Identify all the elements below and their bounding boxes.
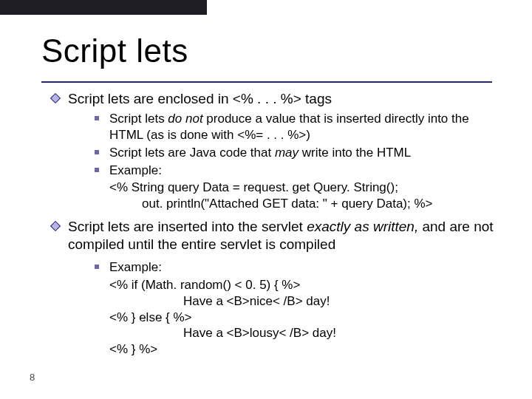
code-block: <% String query Data = request. get Quer… <box>109 180 495 212</box>
code-line: <% if (Math. random() < 0. 5) { %> <box>109 278 300 292</box>
bullet-enclosed-tags: Script lets are enclosed in <% . . . %> … <box>52 90 495 212</box>
slide: Script lets Script lets are enclosed in … <box>0 0 532 399</box>
page-number: 8 <box>30 372 35 383</box>
code-line: <% } else { %> <box>109 310 192 324</box>
code-line: Have a <B>lousy< /B> day! <box>109 325 495 341</box>
text: Script lets <box>109 112 168 126</box>
slide-body: Script lets are enclosed in <% . . . %> … <box>52 90 495 362</box>
emphasis-may: may <box>275 146 299 160</box>
title-underline <box>41 81 492 83</box>
text: Script lets are inserted into the servle… <box>68 219 307 234</box>
title-accent-bar <box>0 0 207 15</box>
code-tag: <% . . . %> <box>233 91 301 106</box>
code-line: <% } %> <box>109 342 157 356</box>
code-tag: <%= . . . %> <box>237 128 306 142</box>
subbullet-example-1: Example: <% String query Data = request.… <box>95 163 495 212</box>
text: write into the HTML <box>299 146 411 160</box>
code-line: <% String query Data = request. get Quer… <box>109 180 398 194</box>
text: Script lets are enclosed in <box>68 91 233 106</box>
example-label: Example: <box>109 260 162 274</box>
code-line: Have a <B>nice< /B> day! <box>109 293 495 310</box>
emphasis-do-not: do not <box>168 112 202 126</box>
slide-title: Script lets <box>41 33 188 69</box>
subbullet-do-not-produce: Script lets do not produce a value that … <box>95 111 495 143</box>
example-label: Example: <box>109 163 162 177</box>
subbullet-java-code: Script lets are Java code that may write… <box>95 145 495 161</box>
text: tags <box>301 91 332 106</box>
text: ) <box>306 128 310 142</box>
text: Script lets are Java code that <box>109 146 275 160</box>
code-block: <% if (Math. random() < 0. 5) { %> Have … <box>109 277 495 358</box>
code-line: out. println("Attached GET data: " + que… <box>109 196 495 212</box>
bullet-inserted-servlet: Script lets are inserted into the servle… <box>52 218 495 358</box>
emphasis-exactly: exactly as written, <box>307 219 418 234</box>
subbullet-example-2: Example: <% if (Math. random() < 0. 5) {… <box>95 259 495 358</box>
